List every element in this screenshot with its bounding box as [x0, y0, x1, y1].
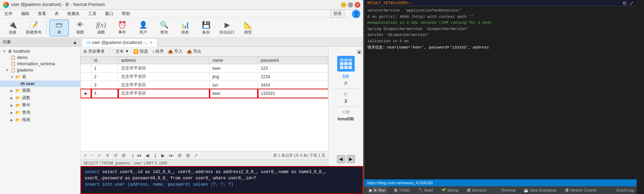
- ide-settings-icon[interactable]: ⚙: [622, 0, 627, 6]
- toolbar-new-query[interactable]: 📝 新建查询: [24, 20, 43, 36]
- info-toggle-right[interactable]: ▶: [347, 155, 355, 163]
- status-tab-run[interactable]: ▶ 4 Run: [367, 186, 388, 194]
- menu-table[interactable]: 表: [53, 10, 60, 17]
- toolbar-view[interactable]: 👁 视图: [70, 20, 90, 36]
- toolbar-table[interactable]: 🗃 表: [49, 20, 69, 36]
- status-tab-vcs[interactable]: 9 Version Control: [563, 186, 599, 194]
- text-btn[interactable]: 📄 文本 ▼: [109, 48, 129, 54]
- cell-password[interactable]: 133333: [258, 89, 328, 98]
- table-row[interactable]: 3北京市平谷区lun3434: [81, 81, 328, 89]
- event-log[interactable]: Event Log: [616, 188, 634, 192]
- menu-file[interactable]: 文件: [3, 10, 14, 17]
- nav-grid-btn[interactable]: ⊞: [185, 153, 191, 158]
- nav-prev-btn[interactable]: ◀: [145, 153, 150, 158]
- import-btn[interactable]: 📥 导入: [168, 48, 183, 54]
- toolbar-backup[interactable]: 💾 备份: [196, 20, 216, 36]
- nav-next-btn[interactable]: ▶: [161, 153, 165, 158]
- toolbar-report[interactable]: 📊 报表: [175, 20, 195, 36]
- cell-password[interactable]: 3434: [258, 81, 328, 89]
- cross-btn[interactable]: ✕: [105, 153, 110, 158]
- status-tab-java[interactable]: ☕ Java Enterprise: [522, 186, 558, 194]
- cell-password[interactable]: 2234: [258, 73, 328, 81]
- col-header-address[interactable]: address: [118, 57, 210, 64]
- nav-last-btn[interactable]: ⏭: [168, 153, 174, 158]
- toolbar-user[interactable]: 👤 用户: [133, 20, 153, 36]
- menu-view[interactable]: 查看: [36, 10, 48, 17]
- sidebar-item-functions[interactable]: ▶ 📂 函数: [0, 94, 80, 102]
- demo-icon: 📋: [10, 55, 16, 60]
- cell-id[interactable]: 4: [91, 89, 118, 98]
- sidebar-item-reports[interactable]: ▶ 📂 报表: [0, 116, 80, 124]
- sidebar-item-user-table[interactable]: 🗃 user: [0, 81, 80, 87]
- ide-expand-icon[interactable]: ⤢: [630, 0, 634, 6]
- cell-password[interactable]: 123: [258, 64, 328, 73]
- sidebar-item-queries[interactable]: ▶ 📂 查询: [0, 109, 80, 116]
- filter-btn[interactable]: 🔽 筛选: [133, 48, 148, 54]
- toolbar-connect[interactable]: 🔌 连接: [3, 20, 22, 36]
- ide-status-url[interactable]: https://blog.csdn.net/weixin_41938180: [367, 181, 433, 185]
- settings-btn[interactable]: ⚙: [121, 153, 127, 158]
- cell-name[interactable]: jing: [210, 73, 258, 81]
- toolbar-model[interactable]: 📐 模型: [238, 20, 258, 36]
- menu-favorites[interactable]: 收藏夹: [66, 10, 81, 17]
- toolbar-autorun-label: 自动运行: [219, 30, 235, 35]
- tab-close-icon[interactable]: ✕: [150, 40, 153, 45]
- sidebar-item-localhost[interactable]: ▼ 🖥 localhost: [0, 48, 80, 54]
- sidebar-item-information-schema[interactable]: 📋 information_schema: [0, 61, 80, 67]
- delete-row-btn[interactable]: −: [90, 153, 94, 158]
- info-toggle-left[interactable]: ◀: [337, 155, 345, 163]
- sidebar-item-tables-folder[interactable]: ▼ 📂 表: [0, 73, 80, 81]
- sidebar-item-jpademo[interactable]: ▼ 📋 jpademo: [0, 67, 80, 73]
- toolbar-query[interactable]: 🔍 查询: [154, 20, 174, 36]
- begin-transaction-btn[interactable]: ⚙ 开始事务: [83, 48, 105, 54]
- login-button[interactable]: 登录: [330, 10, 345, 18]
- status-tab-spring[interactable]: 🌱 Spring: [439, 186, 460, 194]
- export-btn[interactable]: 📤 导出: [187, 48, 201, 54]
- status-tab-services[interactable]: 8 Services: [465, 186, 489, 194]
- add-row-btn[interactable]: +: [83, 153, 87, 158]
- cell-id[interactable]: 1: [91, 64, 118, 73]
- maximize-button[interactable]: □: [348, 2, 353, 8]
- user-avatar[interactable]: 👤: [352, 10, 360, 18]
- cell-address[interactable]: 北京市平谷区: [118, 73, 210, 81]
- toolbar-autorun[interactable]: ▶ 自动运行: [217, 20, 237, 36]
- info-scroll-up[interactable]: ▲: [357, 50, 362, 54]
- minimize-button[interactable]: —: [341, 2, 346, 8]
- cell-address[interactable]: 北京市平谷区: [118, 81, 210, 89]
- cell-address[interactable]: 北京市平谷区: [118, 89, 210, 98]
- cell-id[interactable]: 2: [91, 73, 118, 81]
- table-row[interactable]: 1北京市平谷区keer123: [81, 64, 328, 73]
- nav-expand-btn[interactable]: ⤢: [193, 153, 199, 158]
- status-tab-todo[interactable]: 6 TODO: [392, 186, 412, 194]
- close-button[interactable]: ✕: [355, 2, 360, 8]
- nav-first-btn[interactable]: ⏮: [136, 153, 142, 158]
- tab-user-table[interactable]: 🗃 user @jpademo (localhost) -... ✕: [82, 38, 157, 47]
- cell-name[interactable]: keer: [210, 89, 258, 98]
- sidebar-collapse-btn[interactable]: ▲: [72, 39, 77, 45]
- menu-tools[interactable]: 工具: [87, 10, 98, 17]
- cell-name[interactable]: lun: [210, 81, 258, 89]
- check-btn[interactable]: ✓: [97, 153, 102, 158]
- toolbar-event[interactable]: ⏰ 事件: [112, 20, 132, 36]
- menu-edit[interactable]: 编辑: [20, 10, 31, 17]
- table-row[interactable]: 2北京市平谷区jing2234: [81, 73, 328, 81]
- col-header-name[interactable]: name: [210, 57, 258, 64]
- menu-help[interactable]: 帮助: [120, 10, 132, 17]
- refresh-btn[interactable]: ↺: [113, 153, 118, 158]
- cell-name[interactable]: keer: [210, 64, 258, 73]
- table-row[interactable]: ▶4北京市平谷区keer133333: [81, 89, 328, 98]
- query-icon: 🔍: [160, 21, 169, 29]
- sidebar-item-events[interactable]: ▶ 📂 事件: [0, 102, 80, 109]
- col-header-id[interactable]: id: [91, 57, 118, 64]
- cell-address[interactable]: 北京市平谷区: [118, 64, 210, 73]
- cell-id[interactable]: 3: [91, 81, 118, 89]
- sidebar-item-demo[interactable]: 📋 demo: [0, 54, 80, 61]
- status-tab-terminal[interactable]: ⬛ Terminal: [493, 186, 518, 194]
- sort-btn[interactable]: ↕ 排序: [152, 48, 164, 54]
- nav-settings-btn[interactable]: ⚙: [177, 153, 183, 158]
- col-header-password[interactable]: password: [258, 57, 328, 64]
- menu-window[interactable]: 窗口: [104, 10, 115, 17]
- status-tab-build[interactable]: 🔨 Build: [416, 186, 435, 194]
- toolbar-function[interactable]: f(x) 函数: [91, 20, 111, 36]
- sidebar-item-views[interactable]: ▶ 📂 视图: [0, 87, 80, 94]
